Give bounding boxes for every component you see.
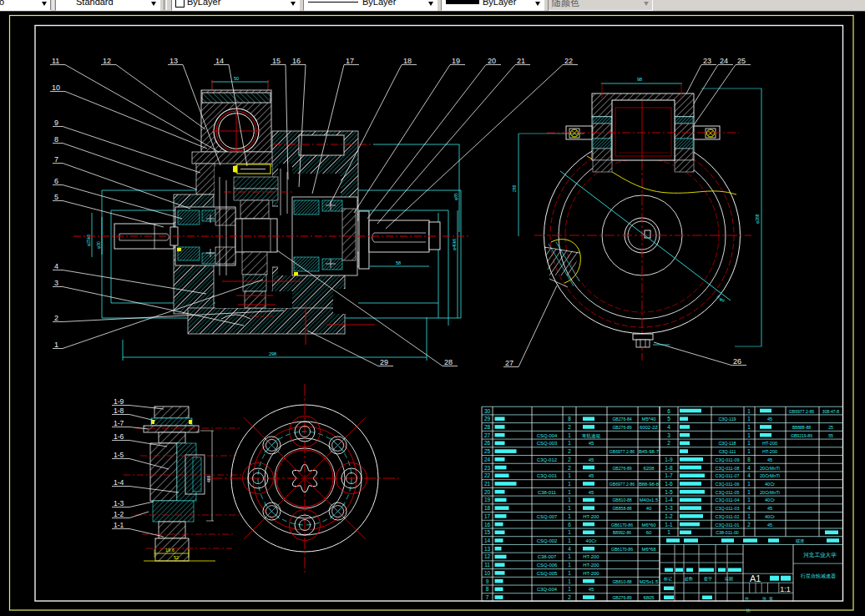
svg-text:298: 298 bbox=[269, 351, 276, 356]
svg-text:27: 27 bbox=[505, 359, 513, 367]
svg-text:HT-200: HT-200 bbox=[583, 514, 599, 519]
svg-text:22: 22 bbox=[484, 472, 491, 478]
svg-text:2: 2 bbox=[747, 522, 751, 528]
svg-text:15: 15 bbox=[272, 57, 281, 65]
svg-text:1-5: 1-5 bbox=[665, 489, 673, 495]
svg-text:12: 12 bbox=[103, 57, 111, 65]
svg-text:50: 50 bbox=[234, 76, 239, 81]
svg-text:40Cr: 40Cr bbox=[765, 514, 775, 519]
svg-text:8: 8 bbox=[747, 457, 751, 462]
svg-text:11: 11 bbox=[52, 57, 59, 65]
svg-text:1: 1 bbox=[568, 432, 571, 438]
svg-text:GB276-89: GB276-89 bbox=[612, 466, 631, 471]
svg-text:C3Q-118: C3Q-118 bbox=[718, 441, 736, 446]
svg-text:45: 45 bbox=[589, 441, 594, 446]
svg-text:23: 23 bbox=[484, 465, 491, 471]
svg-text:45: 45 bbox=[589, 587, 594, 592]
svg-text:GB9219-86: GB9219-86 bbox=[791, 433, 812, 438]
svg-text:4: 4 bbox=[747, 505, 751, 511]
svg-text:6208: 6208 bbox=[643, 466, 655, 471]
svg-text:4: 4 bbox=[667, 424, 670, 430]
svg-text:C3Q-011-05: C3Q-011-05 bbox=[716, 490, 740, 495]
svg-text:1: 1 bbox=[568, 497, 571, 502]
svg-text:B45-98-7: B45-98-7 bbox=[639, 449, 659, 454]
svg-text:60: 60 bbox=[646, 530, 652, 535]
svg-text:标记: 标记 bbox=[663, 576, 672, 582]
svg-text:核准: 核准 bbox=[795, 538, 805, 543]
svg-text:1-4: 1-4 bbox=[114, 478, 124, 487]
svg-text:GB276-84: GB276-84 bbox=[612, 417, 631, 422]
svg-text:B8992-86: B8992-86 bbox=[613, 530, 631, 535]
svg-text:45: 45 bbox=[767, 417, 772, 422]
svg-text:1: 1 bbox=[568, 481, 571, 487]
svg-text:28: 28 bbox=[444, 358, 453, 366]
svg-text:φ30: φ30 bbox=[96, 241, 101, 249]
svg-text:45: 45 bbox=[767, 523, 772, 528]
svg-text:GB276-89: GB276-89 bbox=[612, 425, 631, 430]
svg-text:3: 3 bbox=[667, 432, 670, 438]
svg-text:29: 29 bbox=[380, 358, 388, 366]
svg-text:25: 25 bbox=[828, 425, 833, 430]
svg-text:φ268: φ268 bbox=[755, 214, 760, 224]
svg-text:15: 15 bbox=[484, 529, 491, 535]
svg-text:4: 4 bbox=[747, 465, 751, 471]
svg-text:20: 20 bbox=[484, 489, 491, 495]
svg-text:共: 共 bbox=[745, 596, 749, 601]
svg-text:C38-007: C38-007 bbox=[538, 554, 557, 559]
svg-text:1: 1 bbox=[568, 570, 571, 576]
svg-text:23: 23 bbox=[703, 57, 711, 65]
svg-text:1-7: 1-7 bbox=[665, 472, 673, 478]
svg-text:6: 6 bbox=[667, 408, 670, 414]
svg-text:日期: 日期 bbox=[725, 576, 733, 582]
svg-text:M5*40: M5*40 bbox=[641, 417, 656, 422]
svg-text:1: 1 bbox=[747, 489, 751, 495]
svg-text:CSQ-007: CSQ-007 bbox=[537, 514, 558, 519]
svg-text:20: 20 bbox=[488, 57, 496, 65]
svg-text:21: 21 bbox=[517, 57, 525, 65]
svg-text:1: 1 bbox=[568, 586, 571, 592]
svg-text:24: 24 bbox=[484, 457, 491, 462]
svg-text:22: 22 bbox=[564, 57, 573, 65]
svg-text:40Cr: 40Cr bbox=[586, 538, 597, 543]
svg-text:C3Q-001: C3Q-001 bbox=[537, 473, 557, 478]
svg-text:16: 16 bbox=[292, 57, 301, 65]
svg-text:C3Q-119: C3Q-119 bbox=[718, 417, 736, 422]
svg-text:张: 张 bbox=[762, 596, 766, 602]
svg-text:6: 6 bbox=[54, 177, 58, 185]
svg-text:φ40k6: φ40k6 bbox=[452, 239, 457, 250]
svg-text:CSQ-005: CSQ-005 bbox=[537, 571, 558, 576]
svg-text:1:1: 1:1 bbox=[780, 585, 791, 593]
svg-text:B88-98-8: B88-98-8 bbox=[639, 482, 660, 487]
svg-text:C3Q-011-03: C3Q-011-03 bbox=[716, 506, 740, 511]
svg-text:1: 1 bbox=[568, 513, 571, 519]
svg-text:26: 26 bbox=[484, 440, 491, 446]
svg-text:GB6170-86: GB6170-86 bbox=[611, 523, 633, 528]
svg-text:8: 8 bbox=[54, 135, 58, 144]
svg-text:19: 19 bbox=[484, 497, 491, 502]
svg-text:1: 1 bbox=[747, 440, 751, 446]
svg-text:C3Q-011-04: C3Q-011-04 bbox=[716, 497, 740, 502]
svg-text:HT-200: HT-200 bbox=[762, 449, 777, 454]
svg-text:14: 14 bbox=[484, 538, 491, 543]
svg-text:18: 18 bbox=[484, 505, 491, 511]
svg-text:40Cr: 40Cr bbox=[765, 497, 775, 502]
svg-text:C3Q-011-08: C3Q-011-08 bbox=[716, 466, 740, 471]
svg-text:1-9: 1-9 bbox=[114, 397, 124, 406]
svg-text:1: 1 bbox=[568, 578, 571, 584]
svg-text:19: 19 bbox=[452, 57, 460, 65]
svg-text:第: 第 bbox=[769, 596, 773, 601]
svg-text:98: 98 bbox=[637, 77, 642, 82]
svg-text:1: 1 bbox=[54, 341, 58, 349]
svg-text:17: 17 bbox=[346, 57, 354, 65]
svg-text:1-3: 1-3 bbox=[114, 499, 124, 507]
svg-text:GB810-88: GB810-88 bbox=[612, 579, 631, 584]
svg-text:10: 10 bbox=[484, 570, 491, 576]
svg-text:1: 1 bbox=[568, 440, 571, 446]
svg-text:C3Q-004: C3Q-004 bbox=[537, 587, 558, 592]
svg-text:比: 比 bbox=[746, 608, 751, 613]
svg-text:13: 13 bbox=[169, 57, 178, 65]
svg-text:20CrMnTi: 20CrMnTi bbox=[760, 473, 780, 478]
svg-text:4: 4 bbox=[747, 472, 751, 478]
svg-text:GB6977.2-86: GB6977.2-86 bbox=[610, 482, 635, 487]
svg-text:HT-200: HT-200 bbox=[583, 571, 599, 576]
